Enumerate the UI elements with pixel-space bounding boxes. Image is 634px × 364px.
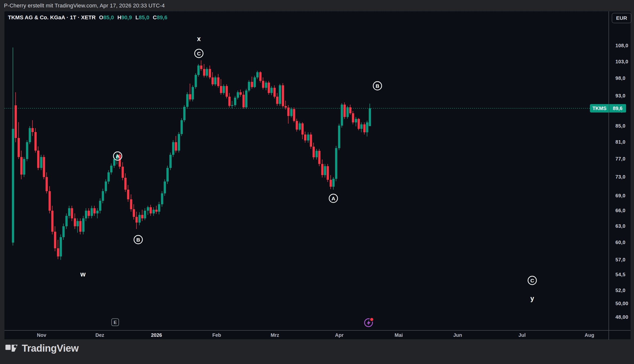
last-price-value-chip: 89,6: [609, 104, 626, 112]
wave-label-x[interactable]: x: [197, 35, 200, 43]
chart-legend: TKMS AG & Co. KGaA · 1T · XETR O85,0 H90…: [8, 14, 167, 21]
time-tick-label: 2026: [151, 330, 162, 340]
chart-widget: wxCABABCy TKMS AG & Co. KGaA · 1T · XETR…: [5, 11, 630, 339]
time-tick-label: Jun: [453, 330, 462, 340]
tradingview-logo[interactable]: TradingView: [6, 343, 79, 354]
tradingview-logo-text: TradingView: [22, 343, 79, 354]
candles-layer: [5, 12, 609, 330]
price-tick-label: 50,00: [615, 301, 628, 306]
top-header-strip: P-Cherry erstellt mit TradingView.com, A…: [0, 0, 634, 11]
earnings-marker-icon[interactable]: E: [111, 318, 119, 326]
wave-label-circled-a[interactable]: A: [329, 194, 338, 203]
tradingview-logo-icon: [6, 344, 18, 353]
minds-flash-icon[interactable]: [363, 317, 374, 328]
time-axis[interactable]: NovDez2026FebMrzAprMaiJunJulAug: [5, 330, 630, 340]
price-tick-label: 81,0: [615, 139, 625, 145]
ohlc-low: L85,0: [135, 14, 149, 21]
price-tick-label: 57,0: [615, 257, 625, 262]
wave-label-w[interactable]: w: [80, 270, 85, 278]
time-tick-label: Dez: [95, 330, 104, 340]
wave-label-circled-a[interactable]: A: [113, 152, 122, 161]
time-tick-label: Aug: [585, 330, 594, 340]
price-tick-label: 108,0: [615, 43, 628, 48]
ohlc-open: O85,0: [99, 14, 114, 21]
price-tick-label: 85,0: [615, 123, 625, 129]
currency-button[interactable]: EUR: [612, 13, 631, 23]
price-tick-label: 103,0: [615, 59, 628, 64]
time-tick-label: Mrz: [271, 330, 279, 340]
wave-label-circled-b[interactable]: B: [134, 235, 143, 244]
price-tick-label: 60,0: [615, 240, 625, 245]
symbol-title[interactable]: TKMS AG & Co. KGaA · 1T · XETR: [8, 14, 96, 21]
wave-label-y[interactable]: y: [530, 295, 534, 302]
time-tick-label: Jul: [519, 330, 526, 340]
snapshot-attribution: P-Cherry erstellt mit TradingView.com, A…: [4, 2, 165, 9]
wave-label-circled-b[interactable]: B: [373, 81, 382, 90]
price-tick-label: 98,0: [615, 76, 625, 81]
time-tick-label: Feb: [212, 330, 221, 340]
price-pane[interactable]: wxCABABCy TKMS AG & Co. KGaA · 1T · XETR…: [5, 12, 609, 330]
wave-label-circled-c[interactable]: C: [194, 49, 203, 58]
time-tick-label: Apr: [335, 330, 343, 340]
time-tick-label: Mai: [394, 330, 403, 340]
price-tick-label: 69,0: [615, 193, 625, 198]
price-axis[interactable]: 108,0103,098,093,089,085,081,077,073,069…: [609, 12, 630, 330]
time-tick-label: Nov: [37, 330, 46, 340]
price-tick-label: 66,0: [615, 208, 625, 214]
price-tick-label: 63,0: [615, 223, 625, 229]
price-tick-label: 48,00: [615, 314, 628, 320]
price-tick-label: 93,0: [615, 93, 625, 99]
last-price-symbol-chip: TKMS: [590, 104, 609, 112]
ohlc-close: C89,6: [153, 14, 167, 21]
price-tick-label: 77,0: [615, 156, 625, 162]
wave-label-circled-c[interactable]: C: [528, 276, 537, 285]
ohlc-high: H90,9: [117, 14, 132, 21]
price-tick-label: 73,0: [615, 174, 625, 180]
price-tick-label: 52,0: [615, 288, 625, 293]
price-tick-label: 54,5: [615, 272, 625, 278]
footer-strip: TradingView: [0, 339, 634, 364]
